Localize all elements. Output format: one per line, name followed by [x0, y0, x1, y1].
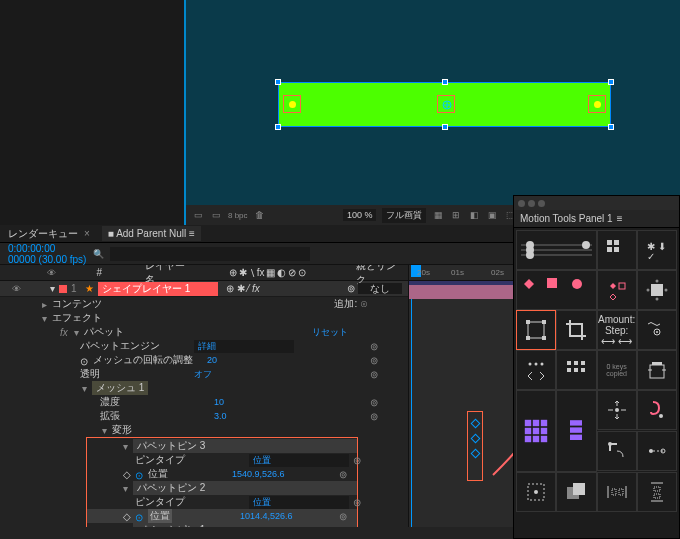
current-time-indicator[interactable] — [411, 299, 412, 527]
prop-expansion: 拡張 — [100, 409, 210, 423]
prop-pin1[interactable]: パペットピン 1 — [133, 523, 357, 527]
tab-composition[interactable]: Add Parent Null — [116, 228, 186, 239]
purple-grid-icon[interactable] — [516, 390, 556, 472]
ease-slider-cell[interactable] — [516, 230, 597, 270]
pin-type-dropdown[interactable]: 位置 — [249, 454, 349, 467]
keys-copied-cell[interactable]: 0 keys copied — [597, 350, 637, 390]
prop-puppet[interactable]: パペット — [84, 325, 124, 339]
panel-title[interactable]: Motion Tools Panel 1 — [520, 213, 613, 224]
prop-effects[interactable]: エフェクト — [52, 311, 102, 325]
prop-pin2[interactable]: パペットピン 2 — [133, 481, 357, 495]
puppet-pin-1-marker[interactable] — [283, 95, 301, 113]
shape-layer-bounds[interactable] — [278, 82, 611, 127]
outward-arrows-icon[interactable] — [597, 390, 637, 430]
guides-icon[interactable]: ⊞ — [450, 209, 462, 221]
tab-close-icon[interactable]: × — [84, 228, 90, 239]
keyframe-icon[interactable] — [470, 419, 480, 429]
trash-icon[interactable]: 🗑 — [254, 209, 266, 221]
layer-row[interactable]: 👁 ▾ 1 ★ シェイプレイヤー 1 ⊕ ✱ ∕ fx ⊚ なし — [0, 281, 408, 297]
distribute-v-icon[interactable] — [637, 472, 677, 512]
pin-type-dropdown[interactable]: 位置 — [249, 496, 349, 509]
twirl-icon[interactable]: ▾ — [80, 383, 88, 394]
mesh-rot-value[interactable]: 20 — [207, 355, 217, 365]
wave-tool-icon[interactable] — [637, 310, 677, 350]
stopwatch-icon[interactable]: ⊙ — [135, 470, 144, 479]
svg-rect-28 — [567, 368, 571, 372]
overlap-squares-icon[interactable] — [556, 472, 596, 512]
channel-icon[interactable]: ◧ — [468, 209, 480, 221]
timeline-search-input[interactable] — [110, 247, 310, 261]
null-tool-icon[interactable] — [516, 310, 556, 350]
resize-handle[interactable] — [442, 79, 448, 85]
puppet-pin-2-marker[interactable] — [437, 95, 455, 113]
expansion-value[interactable]: 3.0 — [214, 411, 227, 421]
prop-pin3[interactable]: パペットピン 3 — [133, 439, 357, 453]
quality-dropdown[interactable]: フル画質 — [382, 208, 426, 223]
twirl-icon[interactable]: ▾ — [121, 441, 129, 452]
pin3-position-value[interactable]: 1540.9,526.6 — [232, 469, 285, 479]
stopwatch-icon[interactable]: ⊙ — [135, 512, 144, 521]
project-panel-area — [0, 0, 186, 225]
layer-name[interactable]: シェイプレイヤー 1 — [98, 282, 218, 296]
tab-render-queue[interactable]: レンダーキュー — [8, 227, 78, 241]
panel-titlebar[interactable] — [514, 196, 679, 210]
svg-rect-35 — [541, 420, 547, 426]
dotted-line-icon[interactable] — [637, 431, 677, 471]
swirl-tool-icon[interactable] — [637, 390, 677, 430]
keyframe-icon[interactable] — [470, 434, 480, 444]
composition-viewer[interactable]: ▭ ▭ 8 bpc 🗑 100 % フル画質 ▦ ⊞ ◧ ▣ ⬚ ▨ ◮ +0.… — [186, 0, 680, 225]
distribute-h-icon[interactable] — [597, 472, 637, 512]
shape-anchors-cell[interactable] — [516, 270, 597, 310]
cycle-tool-icon[interactable] — [597, 431, 637, 471]
keyframe-icon[interactable] — [470, 449, 480, 459]
prop-mesh1[interactable]: メッシュ 1 — [92, 381, 148, 395]
prop-density: 濃度 — [100, 395, 210, 409]
svg-text:✓: ✓ — [647, 251, 655, 262]
resize-handle[interactable] — [442, 124, 448, 130]
mask-toggle-icon[interactable]: ▣ — [486, 209, 498, 221]
svg-point-21 — [656, 331, 658, 333]
prop-engine: パペットエンジン — [80, 339, 190, 353]
eye-icon[interactable]: 👁 — [10, 283, 22, 295]
select-marquee-icon[interactable] — [516, 472, 556, 512]
twirl-icon[interactable]: ▾ — [121, 525, 129, 528]
zoom-dropdown[interactable]: 100 % — [343, 209, 377, 221]
twirl-icon[interactable]: ▾ — [121, 483, 129, 494]
resize-handle[interactable] — [275, 124, 281, 130]
resize-handle[interactable] — [608, 124, 614, 130]
dots-nav-icon[interactable] — [516, 350, 556, 390]
twirl-icon[interactable]: ▾ — [100, 425, 108, 436]
amount-step-cell[interactable]: Amount: Step:⟷ ⟷ — [597, 310, 637, 350]
settings-gear-icon[interactable]: ✱ ⬇✓ — [637, 230, 677, 270]
twirl-icon[interactable]: ▾ — [50, 283, 55, 294]
prop-deform[interactable]: 変形 — [112, 423, 132, 437]
svg-rect-34 — [533, 420, 539, 426]
prop-contents[interactable]: コンテンツ — [52, 297, 102, 311]
paste-tool-icon[interactable] — [637, 350, 677, 390]
density-value[interactable]: 10 — [214, 397, 224, 407]
resize-handle[interactable] — [608, 79, 614, 85]
pin2-position-value[interactable]: 1014.4,526.6 — [240, 511, 293, 521]
mask-icon[interactable]: ▭ — [192, 209, 204, 221]
current-timecode[interactable]: 0:00:00:00 — [8, 243, 86, 254]
engine-dropdown[interactable]: 詳細 — [194, 340, 294, 353]
crop-tool-icon[interactable] — [556, 310, 596, 350]
resize-handle[interactable] — [275, 79, 281, 85]
puppet-pin-3-marker[interactable] — [588, 95, 606, 113]
mask-icon[interactable]: ▭ — [210, 209, 222, 221]
stopwatch-icon[interactable]: ⊙ — [80, 356, 89, 365]
align-square-icon[interactable] — [637, 270, 677, 310]
eye-column-icon[interactable]: 👁 — [46, 267, 56, 279]
grid-4x4-icon[interactable] — [556, 350, 596, 390]
purple-bars-icon[interactable] — [556, 390, 596, 472]
twirl-icon[interactable]: ▾ — [72, 327, 80, 338]
grid-icon[interactable]: ▦ — [432, 209, 444, 221]
twirl-icon[interactable]: ▾ — [40, 313, 48, 324]
keyframe-shapes-icon[interactable] — [597, 270, 637, 310]
alpha-value[interactable]: オフ — [194, 368, 212, 381]
svg-rect-55 — [619, 489, 623, 495]
grid-3x3-icon[interactable] — [597, 230, 637, 270]
parent-dropdown[interactable]: なし — [358, 283, 402, 294]
twirl-icon[interactable]: ▸ — [40, 299, 48, 310]
reset-link[interactable]: リセット — [312, 326, 348, 339]
